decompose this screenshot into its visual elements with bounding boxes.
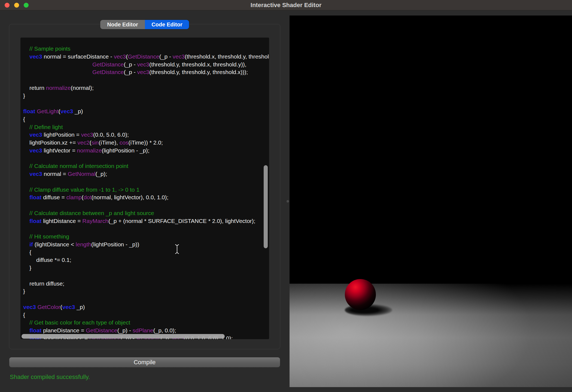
code-line: { <box>20 249 269 256</box>
editor-mode-tabs: Node Editor Code Editor <box>100 20 189 29</box>
code-line: // Clamp diffuse value from -1 to 1, -> … <box>20 186 269 194</box>
code-editor[interactable]: // Sample pointsvec3 normal = surfaceDis… <box>20 38 269 339</box>
code-line <box>20 155 269 163</box>
code-line: return diffuse; <box>20 280 269 288</box>
code-line: { <box>20 311 269 319</box>
code-line: GetDistance(_p - vec3(threshold.y, thres… <box>20 68 269 76</box>
code-line: vec3 lightPosition = vec3(0.0, 5.0, 6.0)… <box>20 131 269 139</box>
code-line: float diffuse = clamp(dot(normal, lightV… <box>20 194 269 201</box>
code-line <box>20 100 269 108</box>
code-line: lightPosition.xz += vec2(sin(iTime), cos… <box>20 139 269 147</box>
code-line <box>20 272 269 280</box>
code-line: // Define light <box>20 123 269 131</box>
code-line: // Hit something <box>20 233 269 241</box>
splitter-handle[interactable] <box>287 200 289 203</box>
tab-node-editor[interactable]: Node Editor <box>100 20 145 29</box>
code-line: GetDistance(_p - vec3(threshold.y, thres… <box>20 61 269 69</box>
code-line: diffuse *= 0.1; <box>20 256 269 264</box>
code-line: float lightDistance = RayMarch(_p + (nor… <box>20 217 269 225</box>
code-line <box>20 76 269 84</box>
code-line: // Sample points <box>20 45 269 53</box>
code-line: return normalize(normal); <box>20 84 269 92</box>
code-line <box>20 201 269 209</box>
app-window: Interactive Shader Editor Node Editor Co… <box>0 0 572 392</box>
window-title: Interactive Shader Editor <box>0 0 572 10</box>
code-line: vec3 GetColor(vec3 _p) <box>20 303 269 311</box>
horizontal-scrollbar[interactable] <box>22 334 225 339</box>
code-line: } <box>20 264 269 272</box>
code-line: float planeDistance = GetDistance(_p) - … <box>20 327 269 335</box>
rendered-sphere <box>345 279 376 310</box>
code-line: { <box>20 115 269 123</box>
code-line: if (lightDistance < length(lightPosition… <box>20 241 269 249</box>
code-line: // Get basic color for each type of obje… <box>20 319 269 327</box>
compile-button[interactable]: Compile <box>9 357 280 367</box>
code-line: vec3 normal = surfaceDistance - vec3(Get… <box>20 53 269 61</box>
title-bar: Interactive Shader Editor <box>0 0 572 10</box>
code-line: } <box>20 92 269 100</box>
code-line: } <box>20 287 269 295</box>
code-line <box>20 295 269 303</box>
code-line <box>20 225 269 233</box>
tab-code-editor[interactable]: Code Editor <box>145 20 189 29</box>
code-line: // Calculate distance between _p and lig… <box>20 209 269 217</box>
code-lines: // Sample pointsvec3 normal = surfaceDis… <box>20 45 269 339</box>
shader-render-viewport <box>290 16 572 387</box>
code-line: vec3 normal = GetNormal(_p); <box>20 170 269 178</box>
code-line <box>20 178 269 186</box>
code-line: vec3 lightVector = normalize(lightPositi… <box>20 147 269 155</box>
vertical-scrollbar[interactable] <box>264 165 268 248</box>
text-cursor-icon <box>175 243 179 255</box>
code-line: // Calculate normal of intersection poin… <box>20 162 269 170</box>
status-message: Shader compiled successfully. <box>10 373 90 381</box>
code-line: float GetLight(vec3 _p) <box>20 108 269 115</box>
rendered-floor <box>290 284 572 387</box>
